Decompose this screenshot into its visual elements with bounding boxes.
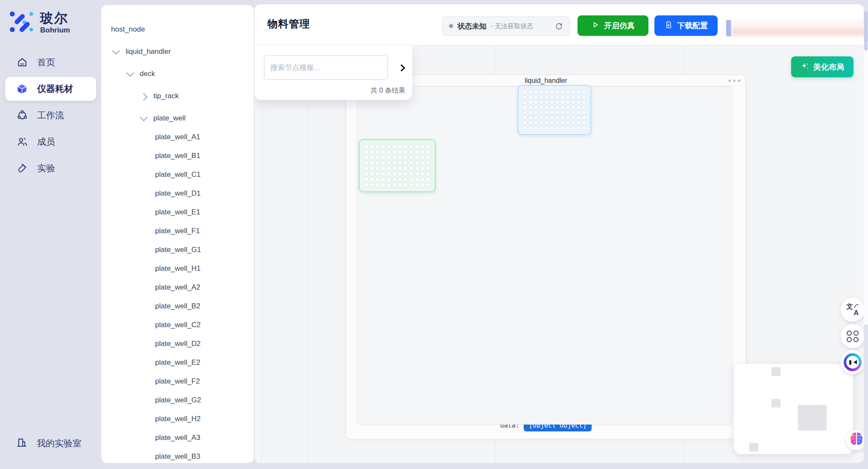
well bbox=[544, 106, 548, 109]
well bbox=[534, 126, 538, 130]
tree-item-plate_well_D1[interactable]: plate_well_D1 bbox=[101, 184, 254, 203]
tree-item-plate_well_C1[interactable]: plate_well_C1 bbox=[101, 165, 254, 184]
tree-item-plate_well_D2[interactable]: plate_well_D2 bbox=[101, 334, 254, 353]
bohrium-logo-icon bbox=[9, 9, 35, 36]
well bbox=[387, 177, 391, 182]
well bbox=[550, 90, 554, 94]
tree-item-plate_well_A3[interactable]: plate_well_A3 bbox=[101, 428, 254, 447]
node-menu-ellipsis-icon[interactable] bbox=[728, 79, 740, 82]
canvas[interactable]: 共 0 条结果 liquid_handler data: [object Obj… bbox=[255, 45, 864, 463]
tree-item-plate_well_G2[interactable]: plate_well_G2 bbox=[101, 391, 254, 410]
well bbox=[403, 183, 408, 187]
tree-item-plate_well_C2[interactable]: plate_well_C2 bbox=[101, 316, 254, 334]
search-input[interactable] bbox=[264, 56, 388, 80]
well bbox=[420, 150, 425, 154]
tree-item-plate_well_H2[interactable]: plate_well_H2 bbox=[101, 410, 254, 428]
well bbox=[409, 155, 414, 160]
minimap-node bbox=[771, 367, 780, 376]
start-simulation-button[interactable]: 开启仿真 bbox=[578, 15, 648, 36]
refresh-status-button[interactable] bbox=[554, 21, 563, 31]
well bbox=[398, 172, 402, 176]
well bbox=[426, 144, 431, 149]
status-detail: - 无法获取状态 bbox=[491, 22, 533, 30]
sidebar-item-instruments[interactable]: 仪器耗材 bbox=[5, 77, 96, 101]
tree-item-plate_well_A1[interactable]: plate_well_A1 bbox=[101, 128, 254, 147]
tree-item-host_node[interactable]: host_node bbox=[101, 20, 254, 39]
tree-item-plate_well[interactable]: plate_well bbox=[101, 109, 254, 128]
tree-item-plate_well_F2[interactable]: plate_well_F2 bbox=[101, 372, 254, 391]
node-title: liquid_handler bbox=[525, 77, 567, 85]
well bbox=[415, 144, 419, 149]
well bbox=[560, 95, 565, 99]
well bbox=[398, 166, 402, 170]
well bbox=[534, 90, 538, 94]
sidebar-item-home[interactable]: 首页 bbox=[5, 50, 96, 74]
ai-assistant-button[interactable] bbox=[841, 350, 864, 374]
node-tree: host_nodeliquid_handlerdecktip_rackplate… bbox=[101, 5, 254, 463]
well bbox=[392, 177, 397, 182]
chevron-down-icon[interactable] bbox=[140, 113, 147, 121]
tree-item-plate_well_E2[interactable]: plate_well_E2 bbox=[101, 353, 254, 372]
well bbox=[539, 90, 543, 94]
well bbox=[364, 183, 369, 187]
tree-item-tip_rack[interactable]: tip_rack bbox=[101, 87, 254, 106]
well-plate-blue[interactable] bbox=[518, 85, 591, 135]
scrollbar-thumb[interactable] bbox=[864, 11, 868, 50]
tree-item-plate_well_G1[interactable]: plate_well_G1 bbox=[101, 240, 254, 259]
sidebar-item-workflow[interactable]: 工作流 bbox=[5, 103, 96, 127]
chevron-down-icon[interactable] bbox=[126, 69, 134, 76]
well-plate-green[interactable] bbox=[359, 139, 436, 192]
well bbox=[409, 183, 414, 187]
chevron-right-icon[interactable] bbox=[140, 93, 147, 100]
well bbox=[582, 100, 586, 104]
tree-item-plate_well_F1[interactable]: plate_well_F1 bbox=[101, 222, 254, 240]
start-simulation-label: 开启仿真 bbox=[604, 21, 635, 31]
apps-grid-button[interactable] bbox=[841, 324, 864, 348]
status-label: 状态未知 bbox=[457, 21, 487, 31]
well bbox=[560, 100, 565, 104]
well bbox=[539, 126, 543, 130]
tree-item-plate_well_H1[interactable]: plate_well_H1 bbox=[101, 259, 254, 278]
tree-item-plate_well_B1[interactable]: plate_well_B1 bbox=[101, 147, 254, 165]
tree-item-plate_well_A2[interactable]: plate_well_A2 bbox=[101, 278, 254, 297]
tree-item-plate_well_B3[interactable]: plate_well_B3 bbox=[101, 447, 254, 463]
well bbox=[582, 116, 586, 120]
beautify-layout-button[interactable]: 美化布局 bbox=[791, 56, 853, 77]
download-config-button[interactable]: 下载配置 bbox=[654, 15, 718, 36]
tree-item-plate_well_E1[interactable]: plate_well_E1 bbox=[101, 203, 254, 222]
sidebar-item-experiments[interactable]: 实验 bbox=[5, 156, 96, 180]
well bbox=[387, 183, 391, 187]
well bbox=[369, 155, 374, 160]
chevron-down-icon[interactable] bbox=[112, 47, 120, 54]
tree-item-label: plate_well_D2 bbox=[155, 340, 201, 348]
sidebar-item-my-lab[interactable]: 我的实验室 bbox=[5, 431, 96, 455]
well bbox=[415, 161, 419, 165]
well bbox=[375, 161, 380, 165]
well bbox=[387, 172, 391, 176]
well bbox=[544, 116, 548, 120]
sidebar-item-members[interactable]: 成员 bbox=[5, 130, 96, 154]
well bbox=[566, 90, 570, 94]
well bbox=[560, 116, 565, 120]
well bbox=[364, 150, 369, 154]
tree-item-label: plate_well_C2 bbox=[155, 321, 201, 329]
tree-item-plate_well_B2[interactable]: plate_well_B2 bbox=[101, 297, 254, 316]
tree-item-label: plate_well_G2 bbox=[155, 396, 201, 405]
well bbox=[566, 116, 570, 120]
building-icon bbox=[16, 437, 27, 450]
tree-item-label: plate_well_H1 bbox=[155, 264, 201, 273]
well bbox=[387, 144, 391, 149]
translate-button[interactable]: 文A bbox=[841, 298, 864, 322]
ai-brain-button[interactable] bbox=[846, 430, 864, 450]
tree-item-deck[interactable]: deck bbox=[101, 64, 254, 83]
minimap[interactable] bbox=[734, 364, 853, 454]
well bbox=[576, 116, 581, 120]
well bbox=[369, 177, 374, 182]
tree-item-label: tip_rack bbox=[153, 92, 179, 100]
logo-subtitle: Bohrium bbox=[40, 26, 70, 34]
collapse-panel-chevron-right-icon[interactable] bbox=[398, 64, 405, 71]
tree-item-liquid_handler[interactable]: liquid_handler bbox=[101, 42, 254, 61]
minimap-node bbox=[771, 399, 780, 407]
well bbox=[555, 121, 559, 125]
well bbox=[415, 166, 419, 170]
